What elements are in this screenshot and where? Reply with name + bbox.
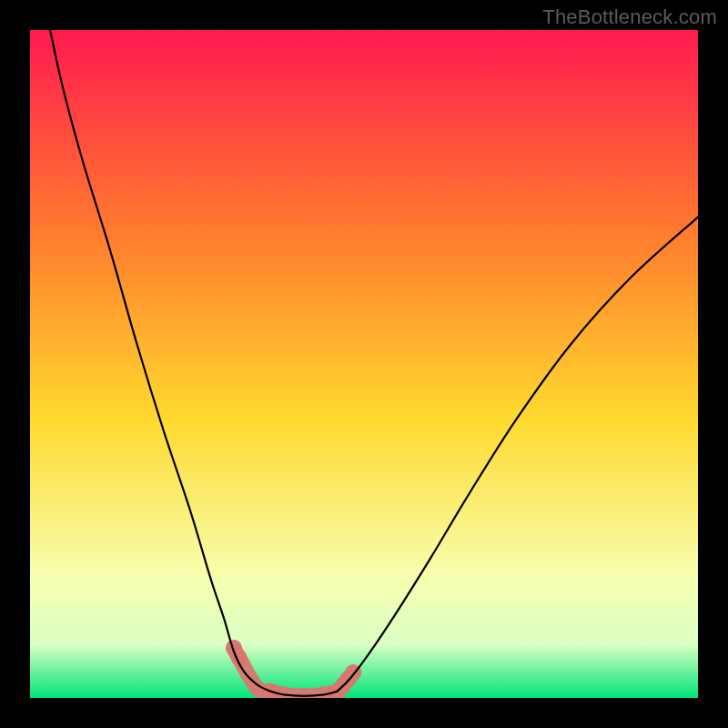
chart-plot [30, 30, 698, 698]
watermark-text: TheBottleneck.com [542, 5, 717, 29]
gradient-background [30, 30, 698, 698]
frame: TheBottleneck.com [0, 0, 728, 728]
chart-svg [30, 30, 698, 698]
